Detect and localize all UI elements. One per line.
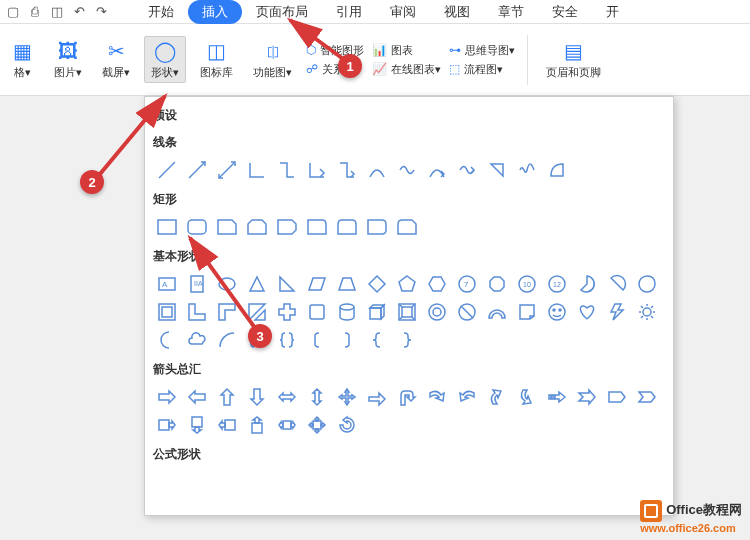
shape-curve2[interactable] bbox=[393, 157, 421, 183]
shape-octagon[interactable] bbox=[483, 271, 511, 297]
shape-snip-rect[interactable] bbox=[213, 214, 241, 240]
shape-curve3[interactable] bbox=[423, 157, 451, 183]
shape-rbracket[interactable] bbox=[333, 327, 361, 353]
shape-right-triangle[interactable] bbox=[273, 271, 301, 297]
shape-textbox-v[interactable]: IIA bbox=[183, 271, 211, 297]
redo-icon[interactable]: ↷ bbox=[92, 3, 110, 21]
shape-arrow-pentagon[interactable] bbox=[603, 384, 631, 410]
shape-arrow-callout-l[interactable] bbox=[213, 412, 241, 438]
shape-lframe2[interactable] bbox=[213, 299, 241, 325]
ribbon-flowchart[interactable]: ⬚ 流程图▾ bbox=[449, 62, 515, 77]
shape-arrow-curved-u[interactable] bbox=[483, 384, 511, 410]
shape-line-double-arrow[interactable] bbox=[213, 157, 241, 183]
shape-blockarc[interactable] bbox=[483, 299, 511, 325]
shape-arrow-quad[interactable] bbox=[333, 384, 361, 410]
shape-pentagon[interactable] bbox=[393, 271, 421, 297]
shape-nosymbol[interactable] bbox=[453, 299, 481, 325]
ribbon-screenshot[interactable]: ✂ 截屏▾ bbox=[96, 37, 136, 82]
ribbon-onlinechart[interactable]: 📈 在线图表▾ bbox=[372, 62, 441, 77]
ribbon-funcchart[interactable]: ⎅ 功能图▾ bbox=[247, 37, 298, 82]
shape-arrow-down[interactable] bbox=[243, 384, 271, 410]
shape-arrow-right[interactable] bbox=[153, 384, 181, 410]
ribbon-headerfooter[interactable]: ▤ 页眉和页脚 bbox=[540, 37, 607, 82]
preview-icon[interactable]: ◫ bbox=[48, 3, 66, 21]
ribbon-relation[interactable]: ☍ 关系图 bbox=[306, 62, 364, 77]
shape-scribble[interactable] bbox=[483, 157, 511, 183]
shape-curve[interactable] bbox=[363, 157, 391, 183]
shape-elbow3[interactable] bbox=[303, 157, 331, 183]
shape-arrow-curved-r[interactable] bbox=[423, 384, 451, 410]
shape-folded[interactable] bbox=[513, 299, 541, 325]
shape-freeform[interactable] bbox=[453, 157, 481, 183]
shape-line-arrow[interactable] bbox=[183, 157, 211, 183]
shape-plaque[interactable] bbox=[303, 299, 331, 325]
shape-snip-rect3[interactable] bbox=[273, 214, 301, 240]
tab-view[interactable]: 视图 bbox=[430, 0, 484, 24]
shape-moon[interactable] bbox=[153, 327, 181, 353]
shape-arrow-notched[interactable] bbox=[573, 384, 601, 410]
shape-chord[interactable] bbox=[603, 271, 631, 297]
shape-lframe[interactable] bbox=[183, 299, 211, 325]
shape-snip-rect2[interactable] bbox=[243, 214, 271, 240]
ribbon-shapes[interactable]: ◯ 形状▾ bbox=[144, 36, 186, 83]
shape-bracket[interactable] bbox=[243, 327, 271, 353]
shape-arrow-lr[interactable] bbox=[273, 384, 301, 410]
ribbon-iconlib[interactable]: ◫ 图标库 bbox=[194, 37, 239, 82]
shape-rect[interactable] bbox=[153, 214, 181, 240]
shape-arrow-circular[interactable] bbox=[333, 412, 361, 438]
shape-freeform2[interactable] bbox=[513, 157, 541, 183]
shape-smiley[interactable] bbox=[543, 299, 571, 325]
shape-arc[interactable] bbox=[213, 327, 241, 353]
shape-elbow[interactable] bbox=[243, 157, 271, 183]
shape-arrow-callout-d[interactable] bbox=[183, 412, 211, 438]
shape-arrow-uturn[interactable] bbox=[393, 384, 421, 410]
shape-elbow4[interactable] bbox=[333, 157, 361, 183]
shape-triangle[interactable] bbox=[243, 271, 271, 297]
ribbon-table[interactable]: ▦ 格▾ bbox=[4, 37, 40, 82]
shape-diag[interactable] bbox=[243, 299, 271, 325]
tab-chapter[interactable]: 章节 bbox=[484, 0, 538, 24]
shape-dodecagon[interactable]: 12 bbox=[543, 271, 571, 297]
shape-elbow2[interactable] bbox=[273, 157, 301, 183]
shape-heart[interactable] bbox=[573, 299, 601, 325]
shape-arrow-callout-r[interactable] bbox=[153, 412, 181, 438]
shape-round-rect4[interactable] bbox=[363, 214, 391, 240]
shape-arrow-callout-quad[interactable] bbox=[303, 412, 331, 438]
shape-bevel[interactable] bbox=[393, 299, 421, 325]
ribbon-smartart[interactable]: ⬡ 智能图形 bbox=[306, 43, 364, 58]
shape-donut[interactable] bbox=[423, 299, 451, 325]
shape-cross[interactable] bbox=[273, 299, 301, 325]
shape-trapezoid[interactable] bbox=[333, 271, 361, 297]
shape-pie[interactable] bbox=[573, 271, 601, 297]
tab-dev[interactable]: 开 bbox=[592, 0, 633, 24]
shape-diamond[interactable] bbox=[363, 271, 391, 297]
tab-security[interactable]: 安全 bbox=[538, 0, 592, 24]
tab-insert[interactable]: 插入 bbox=[188, 0, 242, 24]
shape-arrow-callout-u[interactable] bbox=[243, 412, 271, 438]
shape-lbrace[interactable] bbox=[363, 327, 391, 353]
shape-arrow-bent[interactable] bbox=[363, 384, 391, 410]
tab-review[interactable]: 审阅 bbox=[376, 0, 430, 24]
shape-lightning[interactable] bbox=[603, 299, 631, 325]
shape-cube[interactable] bbox=[363, 299, 391, 325]
shape-cloud[interactable] bbox=[183, 327, 211, 353]
shape-arrow-callout-lr[interactable] bbox=[273, 412, 301, 438]
shape-arrow-curved-d[interactable] bbox=[513, 384, 541, 410]
shape-brace[interactable] bbox=[273, 327, 301, 353]
shape-parallelogram[interactable] bbox=[303, 271, 331, 297]
shape-arrow-striped[interactable] bbox=[543, 384, 571, 410]
shape-can[interactable] bbox=[333, 299, 361, 325]
shape-arrow-up[interactable] bbox=[213, 384, 241, 410]
save-icon[interactable]: ▢ bbox=[4, 3, 22, 21]
shape-hexagon[interactable] bbox=[423, 271, 451, 297]
shape-arrow-left[interactable] bbox=[183, 384, 211, 410]
shape-oval[interactable] bbox=[213, 271, 241, 297]
ribbon-mindmap[interactable]: ⊶ 思维导图▾ bbox=[449, 43, 515, 58]
shape-round-rect3[interactable] bbox=[333, 214, 361, 240]
shape-textbox[interactable]: A bbox=[153, 271, 181, 297]
tab-reference[interactable]: 引用 bbox=[322, 0, 376, 24]
shape-arrow-curved-l[interactable] bbox=[453, 384, 481, 410]
shape-round-snip[interactable] bbox=[393, 214, 421, 240]
tab-start[interactable]: 开始 bbox=[134, 0, 188, 24]
shape-frame[interactable] bbox=[153, 299, 181, 325]
